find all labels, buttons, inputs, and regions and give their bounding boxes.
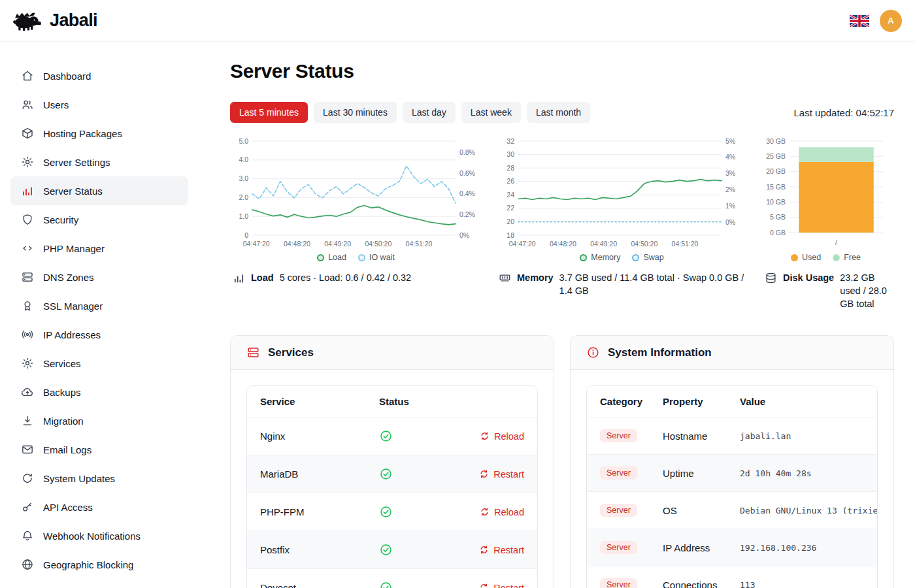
shield-icon [21,213,34,226]
property-name: Connections [650,566,727,588]
restart-mariadb-button[interactable]: Restart [449,469,524,480]
service-name: MariaDB [247,455,366,493]
svg-text:04:51:20: 04:51:20 [672,240,699,248]
sidebar-item-dns-zones[interactable]: DNS Zones [10,263,188,291]
sidebar-item-hosting-packages[interactable]: Hosting Packages [10,119,188,148]
svg-text:28: 28 [507,164,514,172]
service-row-dovecot: Dovecot Restart [247,569,537,588]
svg-text:22: 22 [507,204,514,212]
svg-text:0.2%: 0.2% [459,210,475,218]
sidebar-item-geographic-blocking[interactable]: Geographic Blocking [10,550,188,579]
sidebar-item-label: IP Addresses [43,329,101,340]
sidebar-item-label: Server Settings [43,157,110,168]
language-flag-icon[interactable] [850,14,869,27]
sidebar-item-dashboard[interactable]: Dashboard [10,61,188,90]
svg-text:0: 0 [244,231,248,239]
sidebar-item-backups[interactable]: Backups [10,378,188,406]
sidebar-item-label: Backups [43,387,81,398]
filter-last-30-minutes[interactable]: Last 30 minutes [314,102,397,123]
sidebar-item-api-access[interactable]: API Access [10,493,188,521]
svg-text:0.4%: 0.4% [459,189,475,197]
system-col-property: Property [650,386,727,417]
refresh-icon [479,469,489,479]
property-value: 192.168.100.236 [727,529,877,566]
svg-text:1%: 1% [725,202,735,210]
sidebar-item-services[interactable]: Services [10,349,188,378]
key-icon [21,500,34,514]
sidebar-item-label: Email Logs [43,444,92,455]
category-badge: Server [600,429,637,442]
legend-used[interactable]: Used [791,253,821,262]
brand[interactable]: Jabali [9,9,97,32]
filter-last-5-minutes[interactable]: Last 5 minutes [230,102,308,123]
code-icon [21,242,34,255]
broadcast-icon [21,328,34,341]
svg-text:20 GB: 20 GB [766,167,786,175]
sidebar-item-label: System Updates [43,473,115,484]
users-icon [21,98,34,111]
reload-nginx-button[interactable]: Reload [449,431,524,442]
service-status [366,417,436,455]
restart-postfix-button[interactable]: Restart [449,545,524,555]
status-ok-icon [379,467,393,481]
user-avatar[interactable]: A [880,10,902,32]
services-card-title: Services [268,346,314,359]
system-row-hostname: Server Hostname jabali.lan [587,417,877,455]
sidebar-item-label: Services [43,358,81,369]
legend-load[interactable]: Load [317,253,346,262]
sidebar-item-server-settings[interactable]: Server Settings [10,148,188,176]
svg-text:4%: 4% [725,153,735,161]
filter-last-month[interactable]: Last month [527,102,590,123]
legend-swap[interactable]: Swap [632,253,663,262]
svg-text:5 GB: 5 GB [770,213,786,221]
sidebar-item-label: Webhook Notifications [43,531,141,542]
load-legend: LoadIO wait [230,253,482,262]
legend-dot-icon [833,254,840,261]
svg-text:04:48:20: 04:48:20 [284,240,310,248]
sidebar-item-users[interactable]: Users [10,90,188,119]
sidebar-item-system-updates[interactable]: System Updates [10,464,188,493]
svg-text:1.0: 1.0 [239,212,248,220]
sidebar-item-label: Users [43,99,69,110]
sidebar-item-php-manager[interactable]: PHP Manager [10,234,188,263]
home-icon [21,69,34,82]
sidebar-item-security[interactable]: Security [10,205,188,234]
property-value: Debian GNU/Linux 13 (trixie) [727,492,877,529]
svg-text:0.6%: 0.6% [459,169,475,177]
legend-free[interactable]: Free [833,253,861,262]
category-badge: Server [600,466,637,480]
sidebar-item-ssl-manager[interactable]: SSL Manager [10,291,188,320]
reload-php-fpm-button[interactable]: Reload [449,507,524,517]
sidebar-item-email-logs[interactable]: Email Logs [10,435,188,464]
category-badge: Server [600,578,637,588]
last-updated-text: Last updated: 04:52:17 [794,107,894,118]
svg-text:18: 18 [507,231,514,239]
disk-chart: 30 GB25 GB20 GB15 GB10 GB5 GB0 GB/UsedFr… [762,136,890,310]
service-name: Dovecot [247,569,366,588]
services-table: Service Status Nginx ReloadMariaDB Resta… [247,386,537,588]
svg-text:04:51:20: 04:51:20 [406,240,433,248]
bar-chart-icon [21,184,34,197]
legend-memory[interactable]: Memory [580,253,620,262]
system-info-card: System Information Category Property Val… [570,335,894,588]
filter-last-day[interactable]: Last day [403,102,456,123]
sidebar-item-server-status[interactable]: Server Status [10,176,188,205]
restart-dovecot-button[interactable]: Restart [449,583,524,588]
server-icon [21,270,34,284]
filter-last-week[interactable]: Last week [461,102,521,123]
sidebar-item-ip-addresses[interactable]: IP Addresses [10,320,188,349]
svg-text:0 GB: 0 GB [770,229,786,237]
legend-io-wait[interactable]: IO wait [358,253,395,262]
bar-chart-icon [233,272,245,284]
service-status [366,455,436,493]
svg-text:04:50:20: 04:50:20 [365,240,391,248]
service-status [366,493,436,531]
legend-dot-icon [317,254,324,261]
sidebar-item-migration[interactable]: Migration [10,406,188,435]
charts-row: 5.04.03.02.01.000.8%0.6%0.4%0.2%0%04:47:… [230,136,894,310]
svg-text:2.0: 2.0 [239,193,248,201]
service-name: PHP-FPM [247,493,366,531]
sidebar-item-webhook-notifications[interactable]: Webhook Notifications [10,521,188,550]
svg-text:3%: 3% [725,169,735,177]
svg-text:2%: 2% [725,186,735,193]
